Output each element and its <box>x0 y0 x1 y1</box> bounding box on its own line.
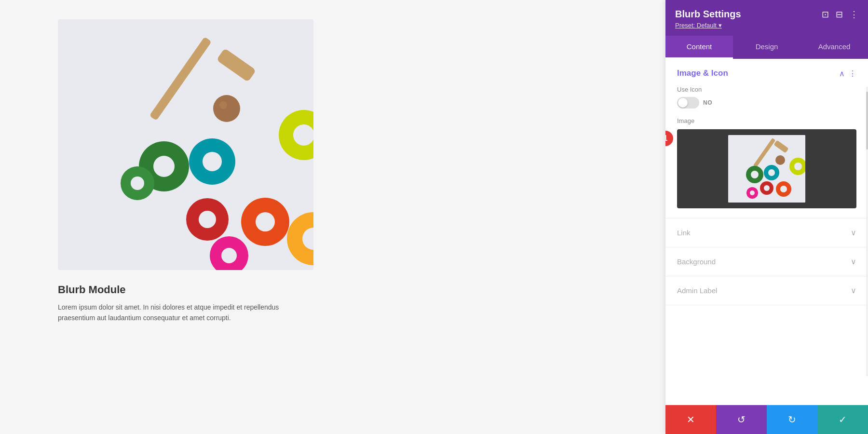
tab-advanced[interactable]: Advanced <box>800 36 868 59</box>
image-field-label: Image <box>677 117 856 124</box>
panel-header-icons: ⊡ ⊟ ⋮ <box>822 9 858 20</box>
blurb-title: Blurb Module <box>58 284 299 296</box>
svg-point-30 <box>794 163 802 170</box>
section-title-image-icon: Image & Icon <box>677 68 728 78</box>
tab-content[interactable]: Content <box>665 36 733 59</box>
image-preview-box[interactable] <box>677 129 856 208</box>
toggle-state-label: NO <box>703 99 712 106</box>
background-section-title: Background <box>677 258 716 266</box>
blurb-description: Lorem ipsum dolor sit amet. In nisi dolo… <box>58 302 299 324</box>
panel-footer: ✕ ↺ ↻ ✓ <box>665 405 868 434</box>
svg-point-24 <box>775 155 785 165</box>
svg-point-14 <box>199 211 216 228</box>
svg-point-28 <box>768 169 775 176</box>
use-icon-toggle-container: NO <box>677 97 856 108</box>
blurb-text-area: Blurb Module Lorem ipsum dolor sit amet.… <box>58 284 299 324</box>
admin-label-section-title: Admin Label <box>677 286 717 295</box>
main-content: Blurb Module Lorem ipsum dolor sit amet.… <box>0 0 665 434</box>
svg-point-32 <box>764 185 770 191</box>
background-section[interactable]: Background ∨ <box>665 247 868 276</box>
redo-button[interactable]: ↻ <box>767 405 817 434</box>
columns-icon[interactable]: ⊟ <box>836 9 843 20</box>
undo-button[interactable]: ↺ <box>716 405 767 434</box>
image-thumbnail <box>728 135 805 203</box>
svg-point-20 <box>221 248 237 263</box>
chevron-up-icon[interactable]: ∧ <box>839 69 845 78</box>
background-chevron-icon: ∨ <box>851 257 856 266</box>
panel-header: Blurb Settings ⊡ ⊟ ⋮ Preset: Default ▾ <box>665 0 868 36</box>
svg-point-34 <box>780 186 787 192</box>
link-chevron-icon: ∨ <box>851 228 856 237</box>
tab-design[interactable]: Design <box>733 36 800 59</box>
admin-label-section[interactable]: Admin Label ∨ <box>665 276 868 305</box>
cancel-button[interactable]: ✕ <box>665 405 716 434</box>
more-section-icon[interactable]: ⋮ <box>849 69 856 78</box>
preview-image-wrapper <box>58 19 313 270</box>
svg-point-8 <box>203 152 222 171</box>
use-icon-toggle[interactable] <box>677 97 699 108</box>
admin-label-chevron-icon: ∨ <box>851 286 856 295</box>
svg-point-12 <box>131 176 144 190</box>
image-icon-section-header: Image & Icon ∧ ⋮ <box>677 68 856 78</box>
settings-panel: Blurb Settings ⊡ ⊟ ⋮ Preset: Default ▾ C… <box>665 0 868 434</box>
panel-body: 1 Image & Icon ∧ ⋮ Use Icon NO Image <box>665 59 868 405</box>
more-icon[interactable]: ⋮ <box>850 9 858 20</box>
use-icon-label: Use Icon <box>677 86 856 93</box>
save-button[interactable]: ✓ <box>817 405 868 434</box>
scroll-thumb <box>866 92 868 149</box>
scroll-indicator <box>866 87 868 376</box>
svg-point-3 <box>213 95 240 122</box>
toggle-knob <box>678 98 688 108</box>
link-section-title: Link <box>677 229 691 237</box>
svg-point-26 <box>751 171 759 178</box>
panel-title: Blurb Settings <box>675 9 741 20</box>
link-section[interactable]: Link ∨ <box>665 218 868 247</box>
image-icon-section: 1 Image & Icon ∧ ⋮ Use Icon NO Image <box>665 59 868 218</box>
expand-icon[interactable]: ⊡ <box>822 9 829 20</box>
svg-point-6 <box>153 156 175 177</box>
svg-point-36 <box>750 190 755 195</box>
step-badge: 1 <box>665 131 673 146</box>
preview-toy-image <box>58 19 313 270</box>
svg-point-10 <box>293 124 313 146</box>
svg-point-16 <box>256 212 275 231</box>
panel-preset[interactable]: Preset: Default ▾ <box>675 22 858 29</box>
panel-tabs: Content Design Advanced <box>665 36 868 59</box>
svg-point-4 <box>219 101 227 109</box>
section-header-icons: ∧ ⋮ <box>839 69 856 78</box>
